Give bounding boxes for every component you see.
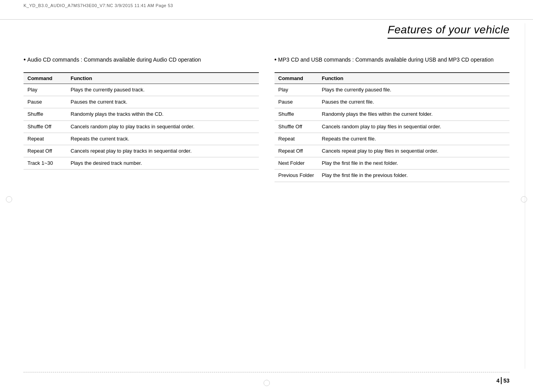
command-cell: Next Folder [275,157,318,170]
table-row: Next FolderPlay the first file in the ne… [275,157,510,170]
command-cell: Repeat [275,133,318,145]
function-cell: Randomly plays the tracks within the CD. [67,108,259,120]
command-cell: Track 1~30 [24,157,67,170]
table-row: PausePauses the current file. [275,96,510,108]
command-cell: Pause [275,96,318,108]
function-cell: Cancels repeat play to play tracks in se… [67,145,259,157]
table-row: Track 1~30Plays the desired track number… [24,157,259,170]
table-row: PausePauses the current track. [24,96,259,108]
command-cell: Pause [24,96,67,108]
file-label: K_YD_B3.0_AUDIO_A7MS7H3E00_V7:NC 3/9/201… [24,3,173,8]
page-num-right: 53 [503,377,509,384]
right-table: Command Function PlayPlays the currently… [275,72,510,182]
page-number-section: 4 53 [497,377,509,384]
function-cell: Plays the currently paused track. [67,84,259,96]
page-num-left: 4 [497,377,500,384]
function-cell: Cancels repeat play to play files in seq… [318,145,509,157]
content-area: •Audio CD commands : Commands available … [24,55,509,361]
function-cell: Pauses the current track. [67,96,259,108]
command-cell: Repeat Off [275,145,318,157]
title-underline [387,38,509,39]
table-row: PlayPlays the currently paused track. [24,84,259,96]
reg-mark-left [6,196,12,202]
page-title-section: Features of your vehicle [387,24,509,39]
table-row: RepeatRepeats the current track. [24,133,259,145]
left-section: •Audio CD commands : Commands available … [24,55,259,361]
bottom-dashed-line [24,372,509,372]
left-table: Command Function PlayPlays the currently… [24,72,259,170]
table-row: Shuffle OffCancels random play to play f… [275,120,510,133]
table-row: Shuffle OffCancels random play to play t… [24,120,259,133]
right-col2-header: Function [318,73,509,84]
reg-mark-right [521,196,527,202]
table-row: Previous FolderPlay the first file in th… [275,170,510,182]
reg-mark-bottom [264,380,270,386]
function-cell: Repeats the current file. [318,133,509,145]
top-header: K_YD_B3.0_AUDIO_A7MS7H3E00_V7:NC 3/9/201… [0,0,533,20]
left-col1-header: Command [24,73,67,84]
command-cell: Shuffle Off [24,120,67,133]
right-dotted-border [525,24,525,368]
left-col2-header: Function [67,73,259,84]
table-row: RepeatRepeats the current file. [275,133,510,145]
left-section-heading: •Audio CD commands : Commands available … [24,55,259,64]
page-num-divider [501,377,502,384]
page-container: K_YD_B3.0_AUDIO_A7MS7H3E00_V7:NC 3/9/201… [0,0,533,392]
function-cell: Cancels random play to play files in seq… [318,120,509,133]
function-cell: Plays the desired track number. [67,157,259,170]
table-row: Repeat OffCancels repeat play to play fi… [275,145,510,157]
command-cell: Shuffle [275,108,318,120]
table-row: Repeat OffCancels repeat play to play tr… [24,145,259,157]
command-cell: Shuffle Off [275,120,318,133]
function-cell: Pauses the current file. [318,96,509,108]
right-col1-header: Command [275,73,318,84]
page-title: Features of your vehicle [387,24,509,36]
right-section: •MP3 CD and USB commands : Commands avai… [275,55,510,361]
function-cell: Play the first file in the previous fold… [318,170,509,182]
function-cell: Plays the currently paused file. [318,84,509,96]
function-cell: Randomly plays the files within the curr… [318,108,509,120]
table-row: ShuffleRandomly plays the tracks within … [24,108,259,120]
table-row: ShuffleRandomly plays the files within t… [275,108,510,120]
function-cell: Repeats the current track. [67,133,259,145]
command-cell: Repeat [24,133,67,145]
command-cell: Repeat Off [24,145,67,157]
right-section-heading: •MP3 CD and USB commands : Commands avai… [275,55,510,64]
right-bullet: • [275,56,277,63]
left-bullet: • [24,56,26,63]
command-cell: Play [275,84,318,96]
command-cell: Shuffle [24,108,67,120]
command-cell: Play [24,84,67,96]
table-row: PlayPlays the currently paused file. [275,84,510,96]
function-cell: Cancels random play to play tracks in se… [67,120,259,133]
function-cell: Play the first file in the next folder. [318,157,509,170]
command-cell: Previous Folder [275,170,318,182]
